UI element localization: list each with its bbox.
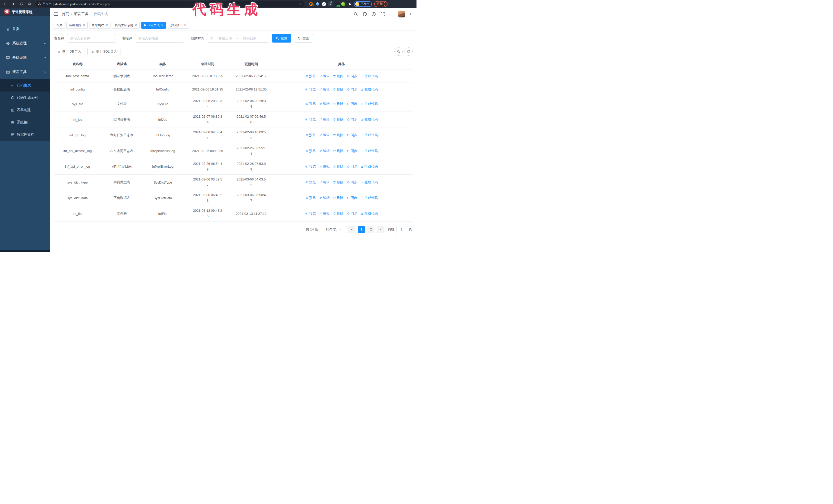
next-page-button[interactable] bbox=[377, 226, 384, 233]
browser-reload-icon[interactable] bbox=[19, 2, 24, 6]
preview-link[interactable]: 预览 bbox=[305, 117, 316, 122]
date-range-picker[interactable]: - bbox=[207, 34, 269, 43]
sidebar-item-codegen[interactable]: 代码生成 bbox=[0, 79, 50, 92]
delete-link[interactable]: 删除 bbox=[333, 101, 343, 106]
generate-code-link[interactable]: 生成代码 bbox=[361, 87, 378, 92]
delete-link[interactable]: 删除 bbox=[333, 87, 343, 92]
delete-link[interactable]: 删除 bbox=[333, 133, 343, 137]
tab-form-builder[interactable]: 表单构建✕ bbox=[89, 22, 111, 29]
refresh-table-button[interactable] bbox=[404, 47, 413, 56]
delete-link[interactable]: 删除 bbox=[333, 74, 343, 78]
close-icon[interactable]: ✕ bbox=[184, 24, 186, 27]
browser-menu-dots-icon[interactable] bbox=[384, 2, 385, 6]
address-bar[interactable]: 不安全 dashboard.yudao.iocoder.cn/tool/code… bbox=[35, 1, 305, 7]
font-size-icon[interactable]: tT bbox=[389, 12, 394, 17]
table-desc-input[interactable] bbox=[135, 34, 184, 43]
generate-code-link[interactable]: 生成代码 bbox=[361, 211, 378, 216]
start-date-input[interactable] bbox=[215, 37, 235, 40]
sidebar-collapse-icon[interactable] bbox=[53, 12, 58, 16]
delete-link[interactable]: 删除 bbox=[333, 180, 343, 185]
edit-link[interactable]: 编辑 bbox=[319, 101, 330, 106]
extension-gem-icon[interactable] bbox=[315, 2, 319, 6]
import-db-button[interactable]: 基于 DB 导入 bbox=[54, 48, 85, 55]
close-icon[interactable]: ✕ bbox=[105, 24, 108, 27]
goto-page-input[interactable] bbox=[396, 226, 407, 233]
extensions-puzzle-icon[interactable] bbox=[348, 2, 352, 6]
sidebar-item-codegen-example[interactable]: 代码生成示例 bbox=[0, 92, 50, 104]
sync-link[interactable]: 同步 bbox=[347, 211, 357, 216]
preview-link[interactable]: 预览 bbox=[305, 74, 316, 78]
edit-link[interactable]: 编辑 bbox=[319, 74, 330, 78]
delete-link[interactable]: 删除 bbox=[333, 196, 343, 200]
profile-paused-pill[interactable]: 已暂停 bbox=[354, 1, 372, 7]
delete-link[interactable]: 删除 bbox=[333, 149, 343, 153]
github-icon[interactable] bbox=[362, 12, 367, 17]
browser-forward-icon[interactable] bbox=[11, 2, 15, 6]
edit-link[interactable]: 编辑 bbox=[319, 133, 330, 137]
sync-link[interactable]: 同步 bbox=[347, 74, 357, 78]
page-button-1[interactable]: 1 bbox=[358, 226, 365, 233]
edit-link[interactable]: 编辑 bbox=[319, 196, 330, 200]
preview-link[interactable]: 预览 bbox=[305, 164, 316, 169]
bookmark-star-icon[interactable]: ☆ bbox=[299, 2, 302, 6]
sidebar-item-system-api[interactable]: 系统接口 bbox=[0, 116, 50, 128]
page-size-select[interactable]: 10条/页 ▼ bbox=[321, 226, 346, 233]
generate-code-link[interactable]: 生成代码 bbox=[361, 117, 378, 122]
generate-code-link[interactable]: 生成代码 bbox=[361, 101, 378, 106]
reset-button[interactable]: 重置 bbox=[294, 34, 313, 43]
delete-link[interactable]: 删除 bbox=[333, 164, 343, 169]
sync-link[interactable]: 同步 bbox=[347, 101, 357, 106]
delete-link[interactable]: 删除 bbox=[333, 211, 343, 216]
extension-sliders-icon[interactable]: ≡ bbox=[328, 2, 332, 6]
edit-link[interactable]: 编辑 bbox=[319, 149, 330, 153]
preview-link[interactable]: 预览 bbox=[305, 196, 316, 200]
page-button-2[interactable]: 2 bbox=[367, 226, 375, 233]
tab-codegen-example[interactable]: 代码生成示例✕ bbox=[112, 22, 139, 29]
sync-link[interactable]: 同步 bbox=[347, 117, 357, 122]
sidebar-item-home[interactable]: 首页 bbox=[0, 22, 50, 36]
user-menu-caret-icon[interactable]: ▼ bbox=[409, 13, 412, 16]
extension-frog-icon[interactable] bbox=[341, 2, 345, 6]
sidebar-item-system-management[interactable]: 系统管理 bbox=[0, 36, 50, 50]
close-icon[interactable]: ✕ bbox=[161, 24, 164, 27]
tab-home[interactable]: 首页 bbox=[53, 22, 65, 29]
sync-link[interactable]: 同步 bbox=[347, 164, 357, 169]
sync-link[interactable]: 同步 bbox=[347, 133, 357, 137]
help-icon[interactable]: ? bbox=[372, 12, 376, 17]
tab-system-api[interactable]: 系统接口✕ bbox=[168, 22, 189, 29]
import-sql-button[interactable]: 基于 SQL 导入 bbox=[88, 48, 120, 55]
preview-link[interactable]: 预览 bbox=[305, 101, 316, 106]
preview-link[interactable]: 预览 bbox=[305, 133, 316, 137]
extension-check-icon[interactable]: ✓ bbox=[322, 2, 326, 6]
sidebar-item-form-builder[interactable]: 表单构建 bbox=[0, 104, 50, 116]
preview-link[interactable]: 预览 bbox=[305, 180, 316, 185]
generate-code-link[interactable]: 生成代码 bbox=[361, 74, 378, 78]
sync-link[interactable]: 同步 bbox=[347, 149, 357, 153]
tab-codegen[interactable]: 代码生成✕ bbox=[141, 22, 166, 29]
sync-link[interactable]: 同步 bbox=[347, 196, 357, 200]
security-warning[interactable]: 不安全 bbox=[38, 2, 51, 6]
search-button[interactable]: 搜索 bbox=[272, 34, 291, 43]
generate-code-link[interactable]: 生成代码 bbox=[361, 164, 378, 169]
generate-code-link[interactable]: 生成代码 bbox=[361, 180, 378, 185]
tab-tracing[interactable]: 链路追踪✕ bbox=[66, 22, 88, 29]
extension-ring-icon[interactable]: 1 bbox=[309, 2, 313, 6]
table-name-input[interactable] bbox=[67, 34, 116, 43]
preview-link[interactable]: 预览 bbox=[305, 87, 316, 92]
user-avatar[interactable] bbox=[398, 11, 405, 18]
extension-on-icon[interactable] bbox=[335, 2, 339, 6]
sync-link[interactable]: 同步 bbox=[347, 87, 357, 92]
edit-link[interactable]: 编辑 bbox=[319, 180, 330, 185]
toggle-search-button[interactable] bbox=[395, 47, 403, 56]
edit-link[interactable]: 编辑 bbox=[319, 164, 330, 169]
breadcrumb-home[interactable]: 首页 bbox=[62, 12, 69, 17]
app-logo-row[interactable]: 芋道管理系统 bbox=[0, 8, 50, 16]
browser-back-icon[interactable] bbox=[3, 2, 7, 6]
edit-link[interactable]: 编辑 bbox=[319, 117, 330, 122]
breadcrumb-dev-tools[interactable]: 研发工具 bbox=[74, 12, 89, 17]
search-icon[interactable] bbox=[353, 12, 358, 17]
fullscreen-icon[interactable] bbox=[380, 12, 385, 17]
preview-link[interactable]: 预览 bbox=[305, 149, 316, 153]
preview-link[interactable]: 预览 bbox=[305, 211, 316, 216]
close-icon[interactable]: ✕ bbox=[83, 24, 85, 27]
